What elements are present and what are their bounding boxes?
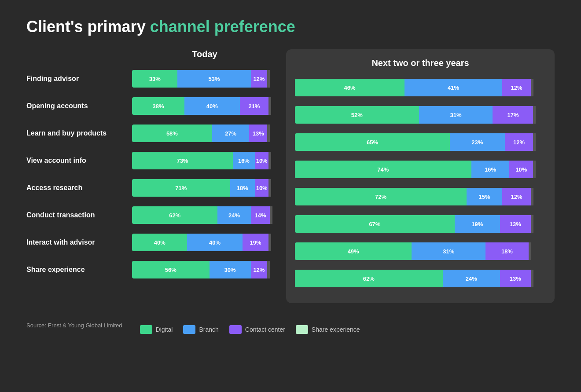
future-row: 72%15%12% — [295, 185, 546, 208]
legend-label: Share experience — [312, 326, 360, 333]
bar-end-marker — [533, 133, 536, 151]
today-row: View account info73%16%10% — [26, 149, 277, 172]
bar-group: 74%16%10% — [295, 161, 546, 178]
bar-group: 73%16%10% — [132, 152, 277, 169]
bar-end-marker — [531, 270, 533, 287]
title-prefix: Client's primary — [26, 18, 150, 36]
bar-end-marker — [268, 179, 271, 197]
charts-container: Today Finding advisor33%53%12%Opening ac… — [26, 49, 555, 303]
today-header: Today — [26, 49, 277, 59]
today-rows: Finding advisor33%53%12%Opening accounts… — [26, 67, 277, 281]
bar-group: 72%15%12% — [295, 188, 546, 205]
bar-segment-contact: 17% — [493, 106, 533, 124]
row-label: Interact with advisor — [26, 238, 132, 246]
bar-segment-branch: 41% — [404, 79, 502, 96]
bar-segment-contact: 21% — [240, 97, 269, 115]
bar-group: 56%30%12% — [132, 261, 277, 278]
bar-group: 49%31%18% — [295, 242, 546, 260]
bar-segment-contact: 13% — [500, 270, 531, 287]
legend-row: Source: Ernst & Young Global Limited Dig… — [26, 316, 555, 334]
bar-segment-digital: 33% — [132, 70, 177, 88]
today-row: Share experience56%30%12% — [26, 258, 277, 281]
bar-segment-digital: 46% — [295, 79, 404, 96]
bar-group: 52%31%17% — [295, 106, 546, 124]
bar-end-marker — [270, 206, 272, 224]
legend-color-box — [296, 325, 308, 334]
bar-segment-digital: 67% — [295, 215, 455, 233]
today-row: Finding advisor33%53%12% — [26, 67, 277, 90]
bar-group: 40%40%19% — [132, 234, 277, 251]
legend-item: Share experience — [296, 325, 360, 334]
row-label: Access research — [26, 184, 132, 192]
bar-segment-digital: 58% — [132, 125, 212, 142]
future-row: 62%24%13% — [295, 267, 546, 290]
bar-segment-branch: 24% — [217, 206, 250, 224]
bar-segment-contact: 10% — [255, 179, 268, 197]
bar-segment-digital: 65% — [295, 133, 450, 151]
bar-end-marker — [267, 261, 270, 278]
bar-end-marker — [268, 234, 271, 251]
future-row: 52%31%17% — [295, 103, 546, 126]
bar-end-marker — [267, 125, 270, 142]
future-row: 46%41%12% — [295, 76, 546, 99]
today-section: Today Finding advisor33%53%12%Opening ac… — [26, 49, 277, 303]
bar-segment-branch: 23% — [450, 133, 505, 151]
bar-segment-contact: 12% — [251, 261, 268, 278]
bar-segment-contact: 12% — [502, 188, 531, 205]
bar-segment-contact: 13% — [249, 125, 267, 142]
bar-segment-digital: 56% — [132, 261, 210, 278]
legend-color-box — [140, 325, 152, 334]
bar-segment-contact: 13% — [500, 215, 531, 233]
row-label: View account info — [26, 157, 132, 165]
legend-item: Digital — [140, 325, 173, 334]
future-section: Next two or three years 46%41%12%52%31%1… — [286, 49, 555, 303]
bar-end-marker — [268, 152, 271, 169]
bar-segment-contact: 10% — [509, 161, 533, 178]
bar-segment-branch: 27% — [212, 125, 250, 142]
bar-segment-contact: 14% — [251, 206, 270, 224]
bar-end-marker — [531, 215, 533, 233]
legend-item: Branch — [183, 325, 218, 334]
page-title: Client's primary channel preference — [26, 18, 555, 36]
bar-segment-digital: 71% — [132, 179, 230, 197]
bar-segment-contact: 10% — [255, 152, 268, 169]
bar-segment-branch: 53% — [177, 70, 250, 88]
bar-segment-branch: 31% — [419, 106, 493, 124]
bar-segment-digital: 40% — [132, 234, 187, 251]
bar-segment-contact: 18% — [485, 242, 528, 260]
legend-item: Contact center — [229, 325, 285, 334]
bar-segment-digital: 62% — [295, 270, 443, 287]
bar-segment-branch: 31% — [412, 242, 485, 260]
bar-group: 62%24%13% — [295, 270, 546, 287]
legend: DigitalBranchContact centerShare experie… — [140, 325, 360, 334]
row-label: Share experience — [26, 266, 132, 274]
source-text: Source: Ernst & Young Global Limited — [26, 322, 122, 329]
bar-end-marker — [267, 70, 270, 88]
bar-segment-digital: 72% — [295, 188, 467, 205]
bar-group: 67%19%13% — [295, 215, 546, 233]
bar-group: 38%40%21% — [132, 97, 277, 115]
bar-segment-branch: 15% — [467, 188, 502, 205]
future-rows: 46%41%12%52%31%17%65%23%12%74%16%10%72%1… — [295, 76, 546, 290]
bar-end-marker — [268, 97, 271, 115]
bar-end-marker — [533, 161, 536, 178]
row-label: Finding advisor — [26, 75, 132, 83]
future-row: 65%23%12% — [295, 131, 546, 154]
legend-color-box — [183, 325, 195, 334]
bar-end-marker — [531, 79, 533, 96]
bar-segment-branch: 18% — [230, 179, 255, 197]
bar-segment-branch: 16% — [471, 161, 510, 178]
bar-group: 71%18%10% — [132, 179, 277, 197]
bar-segment-branch: 16% — [233, 152, 255, 169]
bar-segment-digital: 38% — [132, 97, 184, 115]
row-label: Learn and buy products — [26, 129, 132, 137]
bar-segment-branch: 40% — [187, 234, 242, 251]
today-title: Today — [132, 49, 277, 59]
bar-group: 65%23%12% — [295, 133, 546, 151]
bar-group: 62%24%14% — [132, 206, 277, 224]
bar-segment-contact: 12% — [505, 133, 533, 151]
bar-end-marker — [533, 106, 536, 124]
bar-segment-branch: 30% — [210, 261, 251, 278]
future-row: 67%19%13% — [295, 212, 546, 235]
bar-segment-branch: 40% — [184, 97, 239, 115]
